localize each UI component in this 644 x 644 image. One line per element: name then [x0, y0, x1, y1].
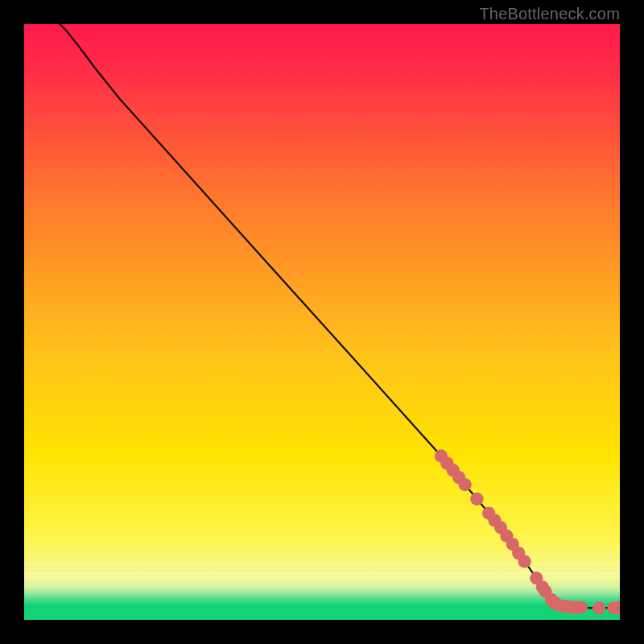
watermark-label: TheBottleneck.com — [479, 5, 620, 23]
bottleneck-plot — [24, 24, 620, 620]
chart-stage: TheBottleneck.com — [0, 0, 644, 644]
